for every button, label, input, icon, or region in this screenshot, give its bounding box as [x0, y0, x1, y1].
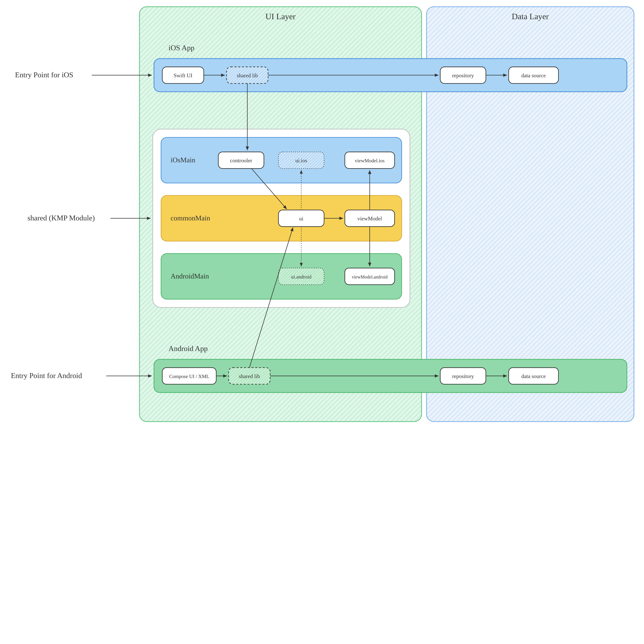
ui-label: ui	[299, 216, 303, 222]
ios-repository-label: repository	[452, 73, 474, 78]
ios-shared-lib-label: shared lib	[237, 73, 258, 78]
controller-label: controoler	[230, 158, 252, 163]
viewmodel-label: viewModel	[357, 216, 382, 222]
kmp-module-label: shared (KMP Module)	[27, 214, 95, 222]
androidmain-title: AndroidMain	[171, 272, 209, 280]
commonmain-title: commonMain	[171, 214, 210, 222]
compose-label: Compose UI / XML	[169, 374, 209, 379]
ios-app-title: iOS App	[168, 44, 194, 52]
swift-ui-label: Swift UI	[174, 73, 192, 78]
entry-point-android-label: Entry Point for Android	[11, 371, 82, 380]
android-datasource-label: data source	[521, 373, 546, 379]
viewmodel-android-label: viewModel.android	[352, 274, 388, 279]
android-repository-label: repository	[452, 373, 474, 379]
viewmodel-ios-label: viewModel.ios	[355, 158, 385, 163]
ios-datasource-label: data source	[521, 73, 546, 78]
android-app-title: Android App	[168, 344, 208, 353]
ui-ios-label: ui.ios	[295, 158, 307, 163]
data-layer-title: Data Layer	[512, 12, 549, 21]
entry-point-ios-label: Entry Point for iOS	[15, 71, 73, 79]
architecture-diagram: UI Layer Data Layer iOS App Swift UI sha…	[3, 3, 641, 426]
iosmain-title: iOsMain	[171, 156, 195, 164]
ui-layer-title: UI Layer	[265, 12, 296, 21]
android-shared-lib-label: shared lib	[239, 373, 260, 379]
ui-android-label: ui.android	[291, 274, 311, 279]
